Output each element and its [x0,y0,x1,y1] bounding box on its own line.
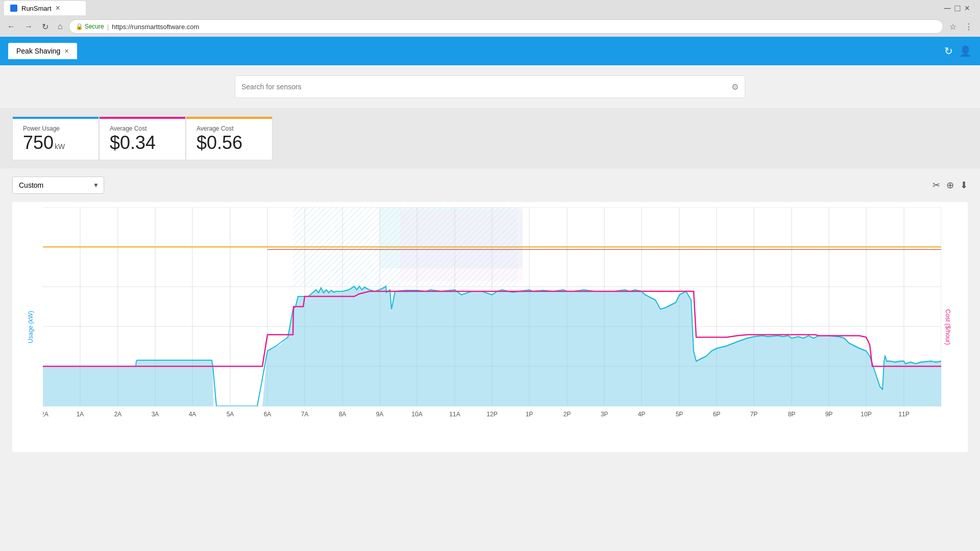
svg-text:7A: 7A [301,411,309,418]
svg-rect-45 [400,210,523,281]
power-usage-unit: kW [55,142,65,151]
secure-icon: 🔒 Secure [76,23,104,30]
browser-tab[interactable]: RunSmart × [4,1,86,15]
search-input[interactable] [241,83,727,91]
svg-text:8P: 8P [788,411,796,418]
user-icon-button[interactable]: 👤 [959,45,972,57]
avg-cost-value-1: $0.34 [110,132,175,154]
svg-text:7P: 7P [750,411,758,418]
chart-download-button[interactable]: ⬇ [960,180,968,191]
svg-text:9P: 9P [825,411,833,418]
url-text: https://runsmarttsoftware.com [112,23,199,31]
minimize-button[interactable]: ─ [944,3,951,14]
chart-section: Usage (kW) Cost ($/hour) 10 8 6 [0,202,980,464]
svg-text:6P: 6P [713,411,721,418]
nav-right-icons: ☆ ⋮ [946,20,976,34]
svg-text:4A: 4A [189,411,197,418]
svg-text:12P: 12P [486,411,497,418]
y-axis-title-left: Usage (kW) [27,311,34,343]
browser-titlebar: RunSmart × ─ □ × [0,0,980,16]
card-border-orange [186,117,272,119]
svg-text:5P: 5P [676,411,683,418]
metrics-section: Power Usage 750 kW Average Cost $0.34 Av… [0,108,980,168]
svg-text:1A: 1A [77,411,84,418]
search-bar: ⚙ [235,76,745,98]
tab-favicon [10,5,17,12]
controls-section: Custom Today Last 7 Days Last 30 Days ▼ … [0,168,980,202]
close-button[interactable]: × [964,3,970,14]
power-usage-label: Power Usage [23,125,88,132]
svg-text:3P: 3P [601,411,608,418]
power-usage-value: 750 [23,132,54,154]
dropdown-wrapper: Custom Today Last 7 Days Last 30 Days ▼ [12,177,104,194]
svg-text:12A: 12A [43,411,48,418]
time-range-dropdown[interactable]: Custom Today Last 7 Days Last 30 Days [12,177,104,194]
svg-text:6A: 6A [264,411,272,418]
y-axis-title-right: Cost ($/hour) [944,309,951,345]
avg-cost-label-2: Average Cost [197,125,262,132]
maximize-button[interactable]: □ [955,3,961,14]
chart-container: Usage (kW) Cost ($/hour) 10 8 6 [12,202,968,452]
svg-text:4P: 4P [638,411,646,418]
tab-close-icon[interactable]: × [64,47,68,55]
refresh-button[interactable]: ↻ [39,20,52,34]
search-section: ⚙ [0,65,980,108]
home-button[interactable]: ⌂ [55,20,66,33]
search-settings-icon[interactable]: ⚙ [731,82,739,92]
avg-cost-card-1: Average Cost $0.34 [99,116,186,160]
back-button[interactable]: ← [4,20,18,33]
avg-cost-card-2: Average Cost $0.56 [186,116,273,160]
svg-text:2P: 2P [564,411,571,418]
tab-close-button[interactable]: × [56,4,60,13]
chart-action-icons: ✂ ⊕ ⬇ [933,180,968,191]
avg-cost-label-1: Average Cost [110,125,175,132]
svg-text:10P: 10P [861,411,871,418]
tab-title: RunSmart [21,5,52,12]
power-usage-card: Power Usage 750 kW [12,116,99,160]
avg-cost-value-2: $0.56 [197,132,262,154]
header-right: ↻ 👤 [944,45,972,57]
address-bar[interactable]: 🔒 Secure | https://runsmarttsoftware.com [69,19,943,34]
svg-text:11P: 11P [898,411,909,418]
svg-text:3A: 3A [152,411,159,418]
peak-shaving-tab[interactable]: Peak Shaving × [8,43,77,59]
app-header: Peak Shaving × ↻ 👤 [0,37,980,65]
svg-text:8A: 8A [339,411,347,418]
svg-text:9A: 9A [376,411,384,418]
forward-button[interactable]: → [21,20,36,33]
chart-overlay-button[interactable]: ⊕ [946,180,954,191]
svg-text:5A: 5A [227,411,234,418]
card-border-blue [13,117,99,119]
svg-text:2A: 2A [114,411,122,418]
chart-svg: 10 8 6 4 2 0 $0.75 $0.56 $0.37 $0.19 $0 [43,207,941,427]
card-border-pink [100,117,185,119]
svg-text:11A: 11A [449,411,460,418]
extensions-button[interactable]: ⋮ [962,20,976,34]
refresh-icon-button[interactable]: ↻ [944,45,953,57]
svg-text:1P: 1P [526,411,533,418]
tab-label: Peak Shaving [16,47,60,55]
star-button[interactable]: ☆ [946,20,960,34]
svg-text:10A: 10A [411,411,422,418]
browser-nav: ← → ↻ ⌂ 🔒 Secure | https://runsmarttsoft… [0,16,980,37]
svg-marker-46 [43,286,941,406]
chart-settings-button[interactable]: ✂ [933,180,940,191]
